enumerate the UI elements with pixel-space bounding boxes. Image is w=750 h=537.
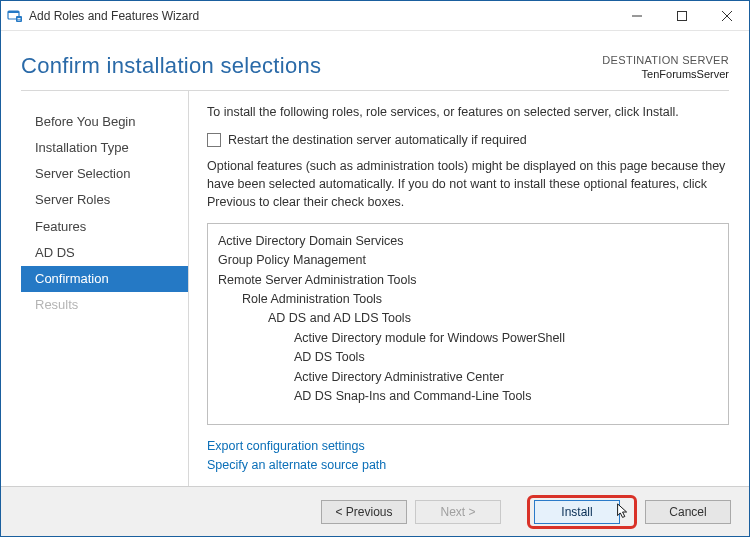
- destination-label: DESTINATION SERVER: [602, 53, 729, 67]
- sidebar-item-server-roles[interactable]: Server Roles: [21, 187, 188, 213]
- page-title: Confirm installation selections: [21, 53, 321, 79]
- window-controls: [614, 1, 749, 31]
- feature-item: Remote Server Administration Tools: [218, 271, 718, 290]
- sidebar-item-ad-ds[interactable]: AD DS: [21, 240, 188, 266]
- feature-item: AD DS Tools: [218, 348, 718, 367]
- minimize-button[interactable]: [614, 1, 659, 31]
- sidebar-item-confirmation[interactable]: Confirmation: [21, 266, 188, 292]
- close-button[interactable]: [704, 1, 749, 31]
- restart-label: Restart the destination server automatic…: [228, 133, 527, 147]
- server-manager-icon: [7, 8, 23, 24]
- feature-item: AD DS and AD LDS Tools: [218, 309, 718, 328]
- install-button[interactable]: Install: [534, 500, 620, 524]
- sidebar-item-before-you-begin[interactable]: Before You Begin: [21, 109, 188, 135]
- maximize-button[interactable]: [659, 1, 704, 31]
- body-area: Confirm installation selections DESTINAT…: [1, 31, 749, 486]
- cursor-icon: [616, 503, 630, 521]
- feature-item: Active Directory module for Windows Powe…: [218, 329, 718, 348]
- features-box: Active Directory Domain ServicesGroup Po…: [207, 223, 729, 425]
- next-button: Next >: [415, 500, 501, 524]
- svg-rect-1: [8, 11, 19, 13]
- svg-rect-6: [677, 11, 686, 20]
- svg-rect-3: [18, 18, 21, 19]
- feature-item: Active Directory Domain Services: [218, 232, 718, 251]
- window-title: Add Roles and Features Wizard: [29, 9, 614, 23]
- feature-item: AD DS Snap-Ins and Command-Line Tools: [218, 387, 718, 406]
- main-columns: Before You BeginInstallation TypeServer …: [21, 91, 729, 486]
- sidebar-item-server-selection[interactable]: Server Selection: [21, 161, 188, 187]
- destination-value: TenForumsServer: [602, 67, 729, 81]
- destination-block: DESTINATION SERVER TenForumsServer: [602, 53, 729, 82]
- sidebar-item-results: Results: [21, 292, 188, 318]
- links-block: Export configuration settings Specify an…: [207, 437, 729, 475]
- footer: < Previous Next > Install Cancel: [1, 486, 749, 536]
- instruction-text: To install the following roles, role ser…: [207, 105, 729, 119]
- export-config-link[interactable]: Export configuration settings: [207, 437, 729, 456]
- svg-rect-2: [16, 16, 22, 22]
- header-row: Confirm installation selections DESTINAT…: [21, 31, 729, 91]
- feature-item: Active Directory Administrative Center: [218, 368, 718, 387]
- restart-checkbox[interactable]: [207, 133, 221, 147]
- optional-text: Optional features (such as administratio…: [207, 157, 729, 211]
- sidebar-item-features[interactable]: Features: [21, 214, 188, 240]
- feature-item: Group Policy Management: [218, 251, 718, 270]
- wizard-window: Add Roles and Features Wizard Confirm in…: [0, 0, 750, 537]
- svg-rect-4: [18, 19, 21, 20]
- install-highlight: Install: [527, 495, 637, 529]
- content-panel: To install the following roles, role ser…: [189, 91, 729, 486]
- previous-button[interactable]: < Previous: [321, 500, 407, 524]
- feature-item: Role Administration Tools: [218, 290, 718, 309]
- alt-source-link[interactable]: Specify an alternate source path: [207, 456, 729, 475]
- title-bar: Add Roles and Features Wizard: [1, 1, 749, 31]
- step-sidebar: Before You BeginInstallation TypeServer …: [21, 91, 189, 486]
- cancel-button[interactable]: Cancel: [645, 500, 731, 524]
- sidebar-item-installation-type[interactable]: Installation Type: [21, 135, 188, 161]
- restart-row: Restart the destination server automatic…: [207, 133, 729, 147]
